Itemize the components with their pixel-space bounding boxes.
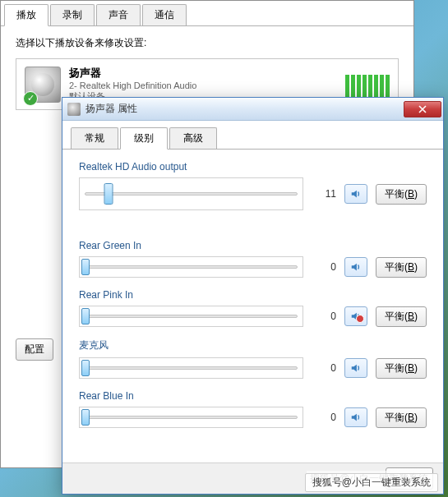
volume-row: 11平衡(B) (79, 177, 427, 210)
window-title: 扬声器 属性 (85, 102, 399, 116)
close-button[interactable] (404, 101, 441, 117)
volume-row: 0平衡(B) (79, 407, 427, 428)
volume-label: Rear Blue In (79, 390, 427, 402)
volume-row: 0平衡(B) (79, 256, 427, 278)
volume-group: Rear Green In0平衡(B) (79, 240, 427, 278)
volume-slider[interactable] (79, 256, 303, 278)
tab-general[interactable]: 常规 (71, 127, 118, 149)
device-subtitle: 2- Realtek High Definition Audio (69, 81, 332, 90)
volume-label: Rear Green In (79, 240, 427, 251)
tab-advanced[interactable]: 高级 (169, 127, 217, 149)
volume-value: 0 (312, 412, 336, 423)
volume-value: 11 (312, 188, 336, 200)
volume-slider[interactable] (79, 306, 303, 327)
volume-label: Rear Pink In (79, 289, 427, 301)
close-icon (418, 105, 427, 113)
balance-button[interactable]: 平衡(B) (376, 358, 427, 379)
speaker-icon (350, 362, 362, 374)
volume-value: 0 (312, 362, 336, 374)
device-title: 扬声器 (69, 66, 332, 81)
volume-label: 麦克风 (79, 338, 427, 352)
volume-group: Realtek HD Audio output11平衡(B) (79, 161, 427, 210)
volume-slider[interactable] (79, 177, 303, 210)
tab-recording[interactable]: 录制 (50, 4, 95, 25)
device-icon-wrap: ✓ (25, 67, 61, 103)
volume-row: 0平衡(B) (79, 306, 427, 327)
window-icon (67, 103, 81, 116)
speaker-icon (350, 311, 362, 322)
mute-button[interactable] (344, 184, 367, 204)
levels-panel: Realtek HD Audio output11平衡(B)Rear Green… (62, 150, 443, 462)
volume-slider[interactable] (79, 407, 303, 428)
tab-communications[interactable]: 通信 (142, 4, 187, 25)
volume-row: 0平衡(B) (79, 357, 427, 379)
volume-group: Rear Pink In0平衡(B) (79, 289, 427, 327)
mute-button[interactable] (344, 407, 367, 427)
watermark: 搜狐号@小白一键重装系统 (305, 473, 438, 492)
configure-button[interactable]: 配置 (16, 338, 53, 361)
balance-button[interactable]: 平衡(B) (376, 257, 427, 278)
tab-levels[interactable]: 级别 (120, 127, 168, 150)
default-check-icon: ✓ (23, 91, 38, 106)
mute-button[interactable] (344, 257, 367, 277)
volume-value: 0 (312, 311, 336, 322)
tab-playback[interactable]: 播放 (4, 4, 48, 26)
speaker-icon (350, 261, 362, 273)
mute-button[interactable] (344, 306, 367, 326)
speaker-icon (350, 188, 362, 200)
volume-value: 0 (312, 261, 336, 273)
balance-button[interactable]: 平衡(B) (376, 184, 427, 205)
titlebar[interactable]: 扬声器 属性 (62, 98, 443, 121)
volume-group: Rear Blue In0平衡(B) (79, 390, 427, 428)
level-meter (340, 70, 390, 99)
balance-button[interactable]: 平衡(B) (376, 407, 427, 428)
volume-slider[interactable] (79, 357, 303, 379)
speaker-properties-dialog: 扬声器 属性 常规 级别 高级 Realtek HD Audio output1… (62, 97, 444, 495)
instruction-text: 选择以下播放设备来修改设置: (16, 36, 399, 50)
sound-tabs: 播放 录制 声音 通信 (1, 1, 413, 26)
volume-label: Realtek HD Audio output (79, 161, 427, 173)
properties-tabs: 常规 级别 高级 (62, 121, 443, 150)
speaker-icon (350, 412, 362, 423)
tab-sounds[interactable]: 声音 (96, 4, 141, 25)
volume-group: 麦克风0平衡(B) (79, 338, 427, 379)
balance-button[interactable]: 平衡(B) (376, 306, 427, 327)
mute-button[interactable] (344, 358, 367, 378)
